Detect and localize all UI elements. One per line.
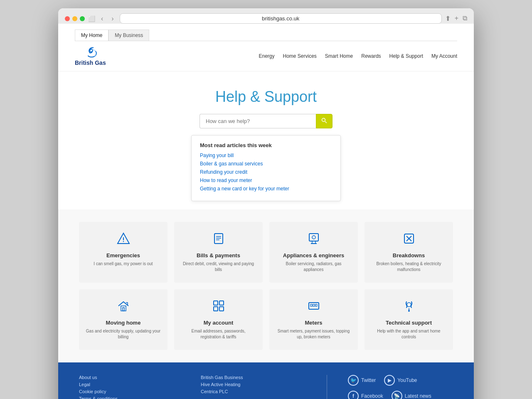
logo-text: British Gas — [75, 59, 106, 66]
card-appliances[interactable]: Appliances & engineers Boiler servicing,… — [269, 222, 358, 283]
sidebar-toggle-button[interactable]: ⬜ — [88, 15, 95, 22]
card-appliances-desc: Boiler servicing, radiators, gas applian… — [276, 261, 351, 273]
logo[interactable]: British Gas — [75, 46, 106, 66]
nav-home-services[interactable]: Home Services — [283, 53, 317, 59]
card-meters-desc: Smart meters, payment issues, topping up… — [276, 328, 351, 340]
main-navigation: Energy Home Services Smart Home Rewards … — [259, 49, 457, 63]
website-content: My Home My Business British Gas Energy H… — [58, 28, 474, 399]
close-button[interactable] — [65, 16, 70, 21]
nav-smart-home[interactable]: Smart Home — [325, 53, 353, 59]
most-read-title: Most read articles this week — [200, 142, 332, 148]
twitter-label: Twitter — [361, 377, 376, 383]
most-read-article-5[interactable]: Getting a new card or key for your meter — [200, 186, 332, 192]
footer-social-row-2: f Facebook 📡 Latest news — [348, 391, 453, 399]
most-read-article-3[interactable]: Refunding your credit — [200, 169, 332, 175]
svg-rect-5 — [214, 234, 223, 244]
footer-col-1: About us Legal Cookie policy Terms & con… — [79, 375, 184, 399]
svg-rect-21 — [214, 307, 218, 311]
svg-point-28 — [408, 310, 410, 312]
tabs-icon[interactable]: ⧉ — [463, 15, 467, 22]
card-moving-home-desc: Gas and electricity supply, updating you… — [86, 328, 161, 340]
card-breakdowns-title: Breakdowns — [371, 252, 446, 259]
svg-point-4 — [123, 241, 123, 242]
footer-col-2: British Gas Business Hive Active Heating… — [201, 375, 306, 399]
card-technical-support-title: Technical support — [371, 320, 446, 326]
search-icon — [321, 118, 327, 123]
card-technical-support-desc: Help with the app and smart home control… — [371, 328, 446, 340]
minimize-button[interactable] — [72, 16, 77, 21]
british-gas-logo-icon — [82, 46, 99, 59]
card-bills-title: Bills & payments — [181, 252, 256, 259]
most-read-dropdown: Most read articles this week Paying your… — [191, 135, 341, 201]
svg-rect-18 — [123, 308, 124, 311]
svg-point-27 — [407, 303, 411, 307]
card-bills-payments[interactable]: Bills & payments Direct debit, credit, v… — [174, 222, 263, 283]
card-meters-title: Meters — [276, 320, 351, 326]
my-home-tab[interactable]: My Home — [75, 30, 108, 41]
footer-social-row-1: 🐦 Twitter ▶ YouTube — [348, 375, 453, 386]
twitter-social[interactable]: 🐦 Twitter — [348, 375, 376, 386]
breakdowns-icon — [371, 232, 446, 248]
most-read-article-2[interactable]: Boiler & gas annual services — [200, 161, 332, 167]
search-button[interactable] — [316, 114, 332, 128]
search-container — [66, 114, 466, 128]
search-input[interactable] — [200, 114, 316, 128]
browser-actions: ⬆ + ⧉ — [445, 15, 467, 22]
browser-window: ⬜ ‹ › britishgas.co.uk ⬆ + ⧉ My Home My … — [58, 8, 474, 399]
forward-button[interactable]: › — [109, 14, 116, 23]
nav-rewards[interactable]: Rewards — [361, 53, 381, 59]
cards-grid: Emergencies I can smell gas, my power is… — [79, 222, 453, 350]
maximize-button[interactable] — [80, 16, 85, 21]
svg-point-10 — [312, 236, 315, 239]
card-breakdowns-desc: Broken boilers, heating & electricity ma… — [371, 261, 446, 273]
svg-rect-9 — [309, 234, 318, 241]
nav-help-support[interactable]: Help & Support — [389, 53, 423, 59]
meters-icon — [276, 299, 351, 315]
facebook-icon: f — [348, 391, 359, 399]
card-my-account[interactable]: My account Email addresses, passwords, r… — [174, 289, 263, 350]
footer-link-cookie[interactable]: Cookie policy — [79, 389, 184, 394]
facebook-label: Facebook — [361, 393, 383, 399]
bills-payments-icon — [181, 232, 256, 248]
card-technical-support[interactable]: Technical support Help with the app and … — [365, 289, 453, 350]
news-label: Latest news — [405, 393, 431, 399]
news-social[interactable]: 📡 Latest news — [392, 391, 431, 399]
new-tab-icon[interactable]: + — [455, 15, 458, 22]
footer-link-terms[interactable]: Terms & conditions — [79, 396, 184, 399]
my-business-tab[interactable]: My Business — [108, 30, 149, 41]
back-button[interactable]: ‹ — [99, 14, 106, 23]
most-read-article-4[interactable]: How to read your meter — [200, 177, 332, 183]
footer-link-legal[interactable]: Legal — [79, 382, 184, 387]
card-meters[interactable]: Meters Smart meters, payment issues, top… — [269, 289, 358, 350]
card-moving-home-title: Moving home — [86, 320, 161, 326]
footer-social: 🐦 Twitter ▶ YouTube f Facebook — [348, 375, 453, 399]
address-bar[interactable]: britishgas.co.uk — [120, 13, 442, 24]
youtube-social[interactable]: ▶ YouTube — [384, 375, 417, 386]
footer: About us Legal Cookie policy Terms & con… — [58, 362, 474, 399]
card-my-account-title: My account — [181, 320, 256, 326]
appliances-icon — [276, 232, 351, 248]
card-emergencies[interactable]: Emergencies I can smell gas, my power is… — [79, 222, 167, 283]
footer-link-hive[interactable]: Hive Active Heating — [201, 382, 306, 387]
most-read-article-1[interactable]: Paying your bill — [200, 153, 332, 158]
nav-my-account[interactable]: My Account — [431, 53, 457, 59]
twitter-icon: 🐦 — [348, 375, 359, 386]
card-my-account-desc: Email addresses, passwords, registration… — [181, 328, 256, 340]
share-icon[interactable]: ⬆ — [445, 15, 451, 22]
footer-link-business[interactable]: British Gas Business — [201, 375, 306, 380]
svg-rect-26 — [315, 304, 317, 306]
footer-divider — [327, 375, 327, 399]
page-title: Help & Support — [66, 88, 466, 106]
footer-link-centrica[interactable]: Centrica PLC — [201, 389, 306, 394]
facebook-social[interactable]: f Facebook — [348, 391, 383, 399]
news-icon: 📡 — [392, 391, 402, 399]
footer-link-about[interactable]: About us — [79, 375, 184, 380]
browser-controls: ⬜ ‹ › britishgas.co.uk ⬆ + ⧉ — [65, 13, 467, 24]
nav-energy[interactable]: Energy — [259, 53, 274, 59]
card-breakdowns[interactable]: Breakdowns Broken boilers, heating & ele… — [365, 222, 453, 283]
card-moving-home[interactable]: Moving home Gas and electricity supply, … — [79, 289, 167, 350]
youtube-icon: ▶ — [384, 375, 395, 386]
youtube-label: YouTube — [397, 377, 417, 383]
emergencies-icon — [86, 232, 161, 248]
svg-line-1 — [325, 121, 327, 123]
